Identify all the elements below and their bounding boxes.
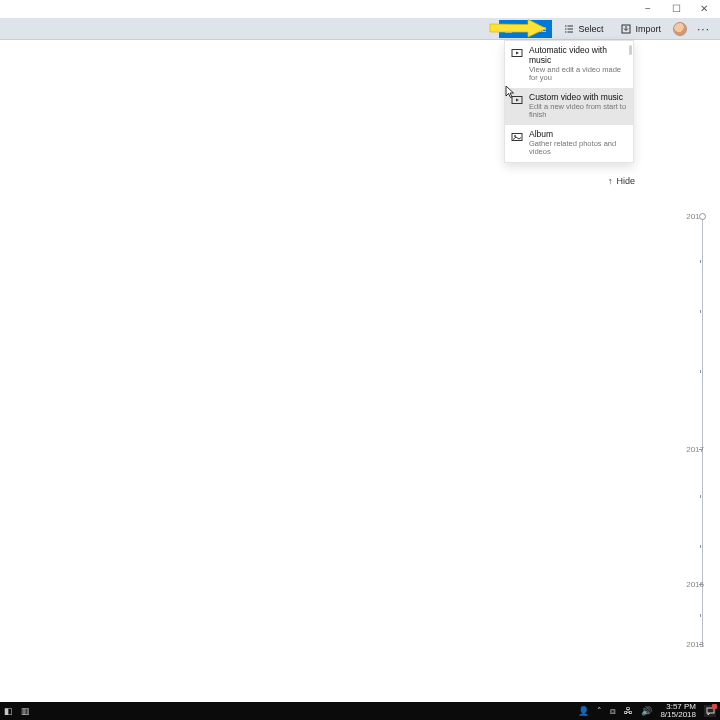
timeline-tick <box>700 370 701 373</box>
close-button[interactable]: ✕ <box>698 4 710 14</box>
tray-chevron-up-icon[interactable]: ˄ <box>597 706 602 716</box>
network-tray-icon[interactable]: 🖧 <box>624 706 633 716</box>
svg-marker-17 <box>506 86 514 98</box>
mouse-cursor-icon <box>505 85 515 101</box>
taskbar-app-icon[interactable]: ◧ <box>4 706 13 716</box>
timeline-year-tick[interactable] <box>699 584 703 585</box>
menu-item-automatic-video[interactable]: Automatic video with music View and edit… <box>505 41 633 88</box>
maximize-button[interactable]: ☐ <box>670 4 682 14</box>
create-dropdown: Automatic video with music View and edit… <box>504 40 634 163</box>
menu-item-subtitle: Edit a new video from start to finish <box>529 103 627 120</box>
app-toolbar: Create Select Import ··· <box>0 18 720 40</box>
arrow-up-icon: ↑ <box>608 176 613 186</box>
timeline-year-node[interactable] <box>699 213 706 220</box>
menu-item-custom-video[interactable]: Custom video with music Edit a new video… <box>505 88 633 125</box>
taskbar: ◧ ▥ 👤 ˄ ⧈ 🖧 🔊 3:57 PM 8/15/2018 <box>0 702 720 720</box>
album-picture-icon <box>511 131 523 143</box>
timeline-year-tick[interactable] <box>699 644 703 645</box>
more-options-button[interactable]: ··· <box>693 22 714 36</box>
svg-rect-18 <box>707 708 714 713</box>
hide-label: Hide <box>617 176 636 186</box>
action-center-icon[interactable] <box>704 705 716 717</box>
video-play-icon <box>511 47 523 59</box>
taskbar-clock[interactable]: 3:57 PM 8/15/2018 <box>660 703 696 719</box>
taskbar-app-icon[interactable]: ▥ <box>21 706 30 716</box>
people-tray-icon[interactable]: 👤 <box>578 706 589 716</box>
timeline-tick <box>700 545 701 548</box>
import-download-icon <box>621 24 631 34</box>
dropbox-tray-icon[interactable]: ⧈ <box>610 706 616 717</box>
clock-date: 8/15/2018 <box>660 711 696 719</box>
select-button[interactable]: Select <box>558 20 609 38</box>
create-video-icon <box>505 24 515 34</box>
timeline-tick <box>700 614 701 617</box>
create-button-label: Create <box>519 24 546 34</box>
timeline-tick <box>700 495 701 498</box>
svg-rect-0 <box>506 26 512 32</box>
import-button[interactable]: Import <box>615 20 667 38</box>
svg-marker-12 <box>516 52 519 55</box>
select-list-icon <box>564 24 574 34</box>
svg-marker-14 <box>516 98 519 101</box>
menu-item-subtitle: Gather related photos and videos <box>529 140 627 157</box>
menu-item-album[interactable]: Album Gather related photos and videos <box>505 125 633 162</box>
import-button-label: Import <box>635 24 661 34</box>
hide-timeline-button[interactable]: ↑ Hide <box>608 176 635 186</box>
timeline-tick <box>700 260 701 263</box>
volume-tray-icon[interactable]: 🔊 <box>641 706 652 716</box>
user-avatar[interactable] <box>673 22 687 36</box>
menu-item-subtitle: View and edit a video made for you <box>529 66 627 83</box>
window-titlebar: − ☐ ✕ <box>0 0 720 18</box>
dropdown-scrollbar[interactable] <box>629 45 632 55</box>
minimize-button[interactable]: − <box>642 4 654 14</box>
timeline-tick <box>700 310 701 313</box>
timeline-year-tick[interactable] <box>699 449 703 450</box>
menu-item-title: Automatic video with music <box>529 46 627 66</box>
svg-point-16 <box>514 135 516 137</box>
create-button[interactable]: Create <box>499 20 552 38</box>
select-button-label: Select <box>578 24 603 34</box>
svg-marker-1 <box>512 26 515 31</box>
